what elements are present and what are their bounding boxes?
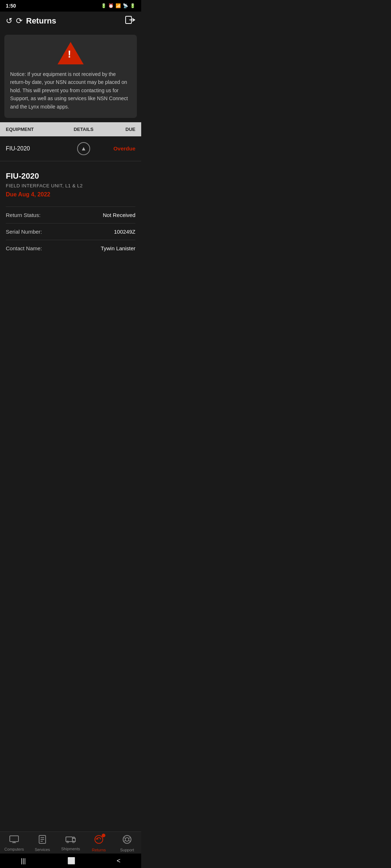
- status-icons: 🔋 ⏰ 📶 📡 🔋: [101, 3, 135, 8]
- field-contact-name-label: Contact Name:: [6, 245, 42, 251]
- alarm-icon: ⏰: [108, 3, 114, 8]
- field-serial-number: Serial Number: 100249Z: [6, 223, 135, 240]
- expand-button[interactable]: ▲: [77, 142, 90, 155]
- warning-triangle-icon: [58, 42, 84, 64]
- chevron-wrapper: ▲: [58, 142, 109, 155]
- field-serial-number-value: 100249Z: [114, 229, 135, 235]
- status-bar: 1:50 🔋 ⏰ 📶 📡 🔋: [0, 0, 141, 12]
- page-title: Returns: [26, 16, 122, 26]
- detail-model: FIU-2020: [6, 171, 135, 181]
- wifi-icon: 📶: [115, 3, 121, 8]
- detail-card: FIU-2020 FIELD INTERFACE UNIT, L1 & L2 D…: [0, 164, 141, 264]
- th-due: DUE: [109, 127, 135, 132]
- field-return-status-label: Return Status:: [6, 212, 41, 218]
- equipment-row[interactable]: FIU-2020 ▲ Overdue: [0, 136, 141, 161]
- detail-description: FIELD INTERFACE UNIT, L1 & L2: [6, 183, 135, 188]
- th-equipment: EQUIPMENT: [6, 127, 58, 132]
- table-header: EQUIPMENT DETAILS DUE: [0, 122, 141, 136]
- top-nav: ↺ ⟳ Returns: [0, 12, 141, 30]
- field-serial-number-label: Serial Number:: [6, 229, 42, 235]
- warning-text: Notice: If your equipment is not receive…: [10, 70, 131, 111]
- field-return-status: Return Status: Not Received: [6, 207, 135, 223]
- equipment-status: Overdue: [109, 145, 135, 152]
- field-contact-name-value: Tywin Lanister: [101, 245, 135, 251]
- status-time: 1:50: [6, 3, 16, 9]
- logout-button[interactable]: [125, 16, 135, 26]
- equipment-id: FIU-2020: [6, 145, 58, 152]
- refresh-button[interactable]: ↺: [6, 16, 12, 26]
- warning-banner: Notice: If your equipment is not receive…: [4, 35, 137, 118]
- field-return-status-value: Not Received: [103, 212, 135, 218]
- signal-icon: 📡: [123, 3, 128, 8]
- chevron-up-icon: ▲: [81, 146, 87, 152]
- battery-icon: 🔋: [130, 3, 135, 8]
- battery-saver-icon: 🔋: [101, 3, 106, 8]
- field-contact-name: Contact Name: Tywin Lanister: [6, 240, 135, 256]
- th-details: DETAILS: [58, 127, 109, 132]
- detail-due-date: Due Aug 4, 2022: [6, 191, 135, 198]
- app-logo-icon: ⟳: [16, 16, 22, 26]
